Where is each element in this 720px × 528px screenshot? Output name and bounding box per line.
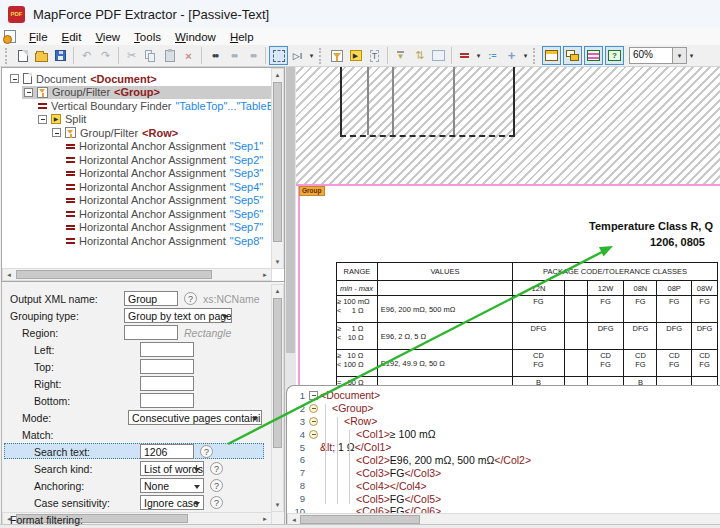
tree-item[interactable]: Document<Document> [2,72,284,86]
help-icon[interactable]: ? [210,462,223,475]
left-input[interactable] [140,342,194,357]
help-icon[interactable]: ? [184,292,197,305]
select-region-button[interactable] [269,46,288,65]
open-button[interactable] [32,46,51,65]
tree-item[interactable]: Horizontal Anchor Assignment"Sep3" [2,167,284,181]
scroll-up-arrow[interactable]: ▲ [272,70,283,80]
collapse-icon[interactable] [309,430,318,439]
toolbar-grip[interactable] [533,48,538,64]
pdf-preview-pane[interactable]: Group Temperature Class R, Q 1206, 0805 … [296,67,720,385]
collapse-icon[interactable] [309,404,318,413]
search-text-input[interactable]: 1206 [140,444,194,459]
equals-assignment-button[interactable] [455,46,474,65]
scroll-right-arrow[interactable]: ► [260,270,270,280]
search-kind-dropdown[interactable]: List of words [140,461,204,476]
vertical-boundary-button[interactable]: ▼ [391,46,410,65]
scrollbar-thumb[interactable] [300,515,420,524]
zoom-dropdown-button[interactable]: ▾ [673,47,687,64]
help-icon[interactable]: ? [200,445,213,458]
group-filter-button[interactable] [327,46,346,65]
scrollbar-thumb[interactable] [16,270,212,279]
xml-line[interactable]: 6<Col2>E96, 200 mΩ, 500 mΩ</Col2> [287,453,720,466]
menu-view[interactable]: View [88,30,127,44]
redo-button[interactable]: ↷ [96,46,115,65]
tree-expander-icon[interactable] [52,128,61,137]
menu-tools[interactable]: Tools [127,30,168,44]
output-xml-name-input[interactable]: Group [124,291,178,306]
xml-output-pane[interactable]: 1<Document>2<Group>3<Row>4<Col1>≥ 100 mΩ… [286,385,720,528]
tree-vertical-scrollbar[interactable]: ▲ ▼ [271,68,284,269]
toggle-grid-view-button[interactable] [584,46,603,65]
xml-line[interactable]: 4<Col1>≥ 100 mΩ [287,428,720,441]
copy-button[interactable] [141,46,160,65]
tree-item[interactable]: Vertical Boundary Finder"TableTop"..."Ta… [2,99,284,113]
tree-expander-icon[interactable] [24,88,33,97]
tree-item[interactable]: Horizontal Anchor Assignment"Sep8" [2,234,284,248]
region-input[interactable] [124,325,178,340]
toggle-structure-pane-button[interactable] [542,46,561,65]
text-tool-button[interactable]: T [365,46,384,65]
case-sensitivity-dropdown[interactable]: Ignore case [140,495,204,510]
top-input[interactable] [140,359,194,374]
menu-help[interactable]: Help [223,30,261,44]
bottom-input[interactable] [140,393,194,408]
selection-overflow-dropdown[interactable]: ▾ [307,52,316,60]
tree-item[interactable]: Group/Filter<Group> [2,86,284,100]
paste-button[interactable] [160,46,179,65]
anchor-assignment-button[interactable]: ⇅ [410,46,429,65]
toolbar-grip[interactable] [319,48,324,64]
tree-item[interactable]: Horizontal Anchor Assignment"Sep6" [2,207,284,221]
move-anchor-button[interactable]: + [502,46,521,65]
xml-line[interactable]: 2<Group> [287,402,720,415]
toolbar-overflow-dropdown[interactable]: ▾ [687,52,696,60]
properties-vertical-scrollbar[interactable]: ▲ ▼ [271,284,284,512]
tree-item[interactable]: Group/Filter<Row> [2,126,284,140]
xml-line[interactable]: 9<Col5>FG</Col5> [287,492,720,505]
tree-horizontal-scrollbar[interactable]: ◄ ► [2,268,272,281]
menu-window[interactable]: Window [168,30,223,44]
tree-item[interactable]: Horizontal Anchor Assignment"Sep7" [2,221,284,235]
find-button[interactable]: ●● [205,46,224,65]
scrollbar-thumb[interactable] [273,298,282,448]
help-icon[interactable]: ? [210,479,223,492]
column-boundary-line[interactable] [367,67,369,135]
splitter-thumb[interactable] [286,67,295,353]
scroll-right-arrow[interactable]: ► [260,514,270,524]
split-button[interactable]: ▶ [346,46,365,65]
list-assignment-button[interactable]: := [483,46,502,65]
tree-expander-icon[interactable] [38,115,47,124]
collapse-icon[interactable] [309,391,318,400]
scroll-left-arrow[interactable]: ◄ [4,270,14,280]
right-input[interactable] [140,376,194,391]
tree-expander-icon[interactable] [10,74,19,83]
tree-item[interactable]: Horizontal Anchor Assignment"Sep5" [2,194,284,208]
toggle-cascade-button[interactable] [563,46,582,65]
toggle-xml-preview-button[interactable]: ? [605,46,624,65]
column-boundary-line[interactable] [392,67,394,135]
find-previous-button[interactable]: ●● [224,46,243,65]
cut-button[interactable]: ✂ [122,46,141,65]
scrollbar-thumb[interactable] [273,82,282,242]
undo-button[interactable]: ↶ [77,46,96,65]
new-document-button[interactable] [13,46,32,65]
menu-edit[interactable]: Edit [55,30,89,44]
xml-line[interactable]: 1<Document> [287,389,720,402]
text-selection-button[interactable]: ▷I [288,46,307,65]
tree-item[interactable]: Horizontal Anchor Assignment"Sep2" [2,153,284,167]
scroll-down-arrow[interactable]: ▼ [272,500,283,510]
xml-line[interactable]: 5&lt; 1 Ω</Col1> [287,441,720,454]
xml-line[interactable]: 7<Col3>FG</Col3> [287,466,720,479]
anchoring-dropdown[interactable]: None [140,478,204,493]
mode-dropdown[interactable]: Consecutive pages containing [128,410,262,425]
toolbar-grip[interactable] [5,48,10,64]
scroll-up-arrow[interactable]: ▲ [272,286,283,296]
anchor-overflow-dropdown[interactable]: ▾ [521,52,530,60]
tree-item[interactable]: Horizontal Anchor Assignment"Sep4" [2,180,284,194]
delete-button[interactable]: × [179,46,198,65]
xml-line[interactable]: 3<Row> [287,415,720,428]
tree-item[interactable]: ▶Split [2,113,284,127]
save-button[interactable] [51,46,70,65]
column-boundary-line[interactable] [453,67,455,135]
tree-item[interactable]: Horizontal Anchor Assignment"Sep1" [2,140,284,154]
zoom-value[interactable]: 60% [629,47,673,64]
